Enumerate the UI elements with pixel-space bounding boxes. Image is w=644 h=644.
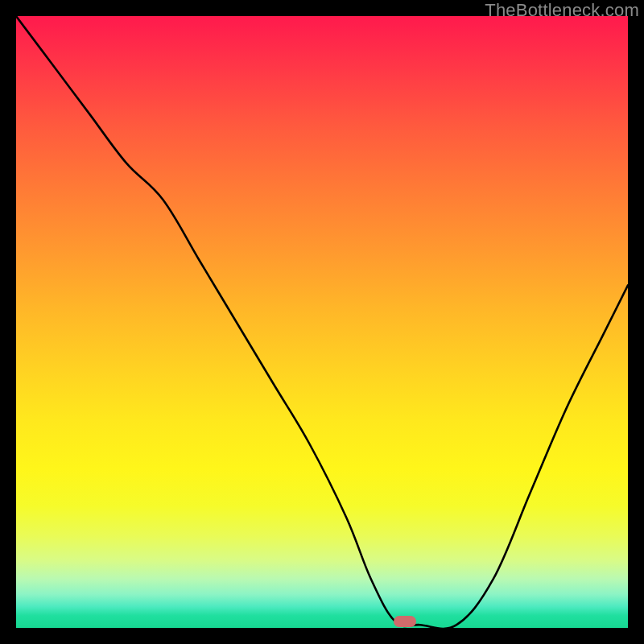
chart-frame: TheBottleneck.com — [0, 0, 644, 644]
bottleneck-curve — [16, 16, 628, 628]
plot-area — [16, 16, 628, 628]
curve-path — [16, 16, 628, 628]
optimal-marker — [394, 616, 416, 627]
